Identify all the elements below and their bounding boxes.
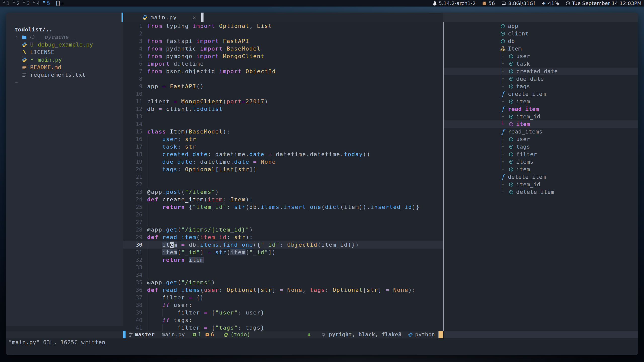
symbol-app[interactable]: app: [444, 22, 638, 30]
symbol-item[interactable]: └item: [444, 98, 638, 105]
code-line-34[interactable]: 34: [123, 271, 443, 279]
symbol-delete_item[interactable]: └delete_item: [444, 188, 638, 196]
symbol-item_id[interactable]: ├item_id: [444, 181, 638, 188]
code-line-15[interactable]: 15class Item(BaseModel):: [123, 128, 443, 135]
status-clock: Tue September 14 12:03PM: [566, 0, 641, 6]
symbol-read_items[interactable]: ƒread_items: [444, 128, 638, 135]
variable-icon: [509, 167, 514, 172]
symbol-due_date[interactable]: ├due_date: [444, 75, 638, 83]
symbol-label: create_item: [508, 90, 546, 98]
close-icon[interactable]: ✕: [192, 14, 196, 20]
tab-main-py[interactable]: main.py ✕: [123, 13, 204, 22]
tree-connector: ├: [500, 135, 509, 143]
workspace-1[interactable]: 1: [2, 0, 12, 7]
code-line-41[interactable]: 41 filter = {"tags": tags}: [123, 324, 443, 331]
code-line-1[interactable]: 1from typing import Optional, List: [123, 22, 443, 30]
symbol-task[interactable]: ├task: [444, 60, 638, 68]
tree-root-folder[interactable]: todolist/..: [15, 26, 123, 33]
code-line-24[interactable]: 24def create_item(item: Item):: [123, 196, 443, 203]
code-line-29[interactable]: 29def read_item(item_id: str):: [123, 234, 443, 241]
code-line-27[interactable]: 27: [123, 218, 443, 226]
code-line-13[interactable]: 13: [123, 113, 443, 120]
code-line-37[interactable]: 37 filter = {}: [123, 294, 443, 301]
code-line-19[interactable]: 19 due_date: datetime.date = None: [123, 158, 443, 166]
line-number: 20: [123, 166, 142, 173]
symbol-Item[interactable]: Item: [444, 45, 638, 53]
symbol-user[interactable]: ├user: [444, 53, 638, 60]
code-line-25[interactable]: 25 return {"item_id": str(db.items.inser…: [123, 203, 443, 211]
workspace-4[interactable]: 4: [32, 0, 42, 7]
code-line-23[interactable]: 23@app.post("/items"): [123, 188, 443, 196]
workspace-5[interactable]: 5: [42, 0, 52, 7]
symbol-items[interactable]: ├items: [444, 158, 638, 166]
tree-item-readme-md[interactable]: README.md: [6, 64, 123, 71]
code-line-16[interactable]: 16 user: str: [123, 135, 443, 143]
symbol-tags[interactable]: └tags: [444, 83, 638, 90]
variable-cube-icon: [509, 69, 514, 74]
code-line-11[interactable]: 11client = MongoClient(port=27017): [123, 98, 443, 105]
tree-connector: └: [500, 83, 509, 90]
workspace-3[interactable]: 3: [22, 0, 32, 7]
code-line-18[interactable]: 18 created_date: datetime.date = datetim…: [123, 151, 443, 158]
code-line-4[interactable]: 4from pydantic import BaseModel: [123, 45, 443, 53]
variable-icon: [509, 84, 514, 89]
function-icon: ƒ: [500, 174, 505, 179]
symbol-db[interactable]: db: [444, 37, 638, 45]
symbol-created_date[interactable]: ├created_date: [444, 68, 638, 75]
line-number: 40: [123, 316, 142, 324]
symbol-item_id[interactable]: ├item_id: [444, 113, 638, 120]
code-line-39[interactable]: 39 filter = {"user": user}: [123, 309, 443, 316]
line-number: 17: [123, 143, 142, 151]
code-line-17[interactable]: 17 task: str: [123, 143, 443, 151]
code-line-36[interactable]: 36def read_items(user: Optional[str] = N…: [123, 286, 443, 294]
code-line-26[interactable]: 26: [123, 211, 443, 218]
code-line-35[interactable]: 35@app.get("/items"): [123, 279, 443, 286]
file-tree-panel[interactable]: todolist/.. ›__pycache__Udebug_example.p…: [6, 13, 123, 326]
tabline-fill: [443, 13, 638, 22]
layout-symbol[interactable]: []=: [56, 1, 64, 6]
symbol-read_item[interactable]: ƒread_item: [444, 105, 638, 113]
code-line-6[interactable]: 6import datetime: [123, 60, 443, 68]
code-line-40[interactable]: 40 if tags:: [123, 316, 443, 324]
indent-guide: [147, 264, 147, 271]
symbol-create_item[interactable]: ƒcreate_item: [444, 90, 638, 98]
file-name: requirements.txt: [30, 71, 86, 79]
code-line-21[interactable]: 21: [123, 173, 443, 181]
symbol-client[interactable]: client: [444, 30, 638, 37]
python-icon: [408, 332, 413, 337]
code-line-8[interactable]: 8: [123, 75, 443, 83]
chevron-icon[interactable]: ›: [15, 33, 22, 41]
code-line-38[interactable]: 38 if user:: [123, 301, 443, 309]
symbol-tags[interactable]: ├tags: [444, 143, 638, 151]
code-line-5[interactable]: 5from pymongo import MongoClient: [123, 53, 443, 60]
symbol-user[interactable]: ├user: [444, 135, 638, 143]
code-line-32[interactable]: 32 return item: [123, 256, 443, 264]
code-line-31[interactable]: 31 item["_id"] = str(item["_id"]): [123, 249, 443, 256]
symbol-item[interactable]: └item: [444, 166, 638, 173]
code-line-9[interactable]: 9app = FastAPI(): [123, 83, 443, 90]
symbol-delete_item[interactable]: ƒdelete_item: [444, 173, 638, 181]
code-line-22[interactable]: 22: [123, 181, 443, 188]
line-number: 29: [123, 234, 142, 241]
code-line-14[interactable]: 14: [123, 120, 443, 128]
symbol-item[interactable]: └item: [444, 120, 638, 128]
code-line-10[interactable]: 10: [123, 90, 443, 98]
tree-item-main-py[interactable]: •main.py: [6, 56, 123, 64]
symbol-filter[interactable]: ├filter: [444, 151, 638, 158]
symbols-outline[interactable]: appclientdbItem├user├task├created_date├d…: [444, 22, 638, 331]
code-line-12[interactable]: 12db = client.todolist: [123, 105, 443, 113]
tree-item-debug-example-py[interactable]: Udebug_example.py: [6, 41, 123, 49]
code-line-20[interactable]: 20 tags: Optional[List[str]]: [123, 166, 443, 173]
code-line-2[interactable]: 2: [123, 30, 443, 37]
tree-connector: ├: [500, 151, 509, 158]
tree-item-requirements-txt[interactable]: requirements.txt: [6, 71, 123, 79]
code-line-7[interactable]: 7from bson.objectid import ObjectId: [123, 68, 443, 75]
workspace-2[interactable]: 2: [12, 0, 22, 7]
code-editor[interactable]: 1from typing import Optional, List23from…: [123, 22, 443, 331]
code-line-3[interactable]: 3from fastapi import FastAPI: [123, 37, 443, 45]
code-line-33[interactable]: 33: [123, 264, 443, 271]
code-line-30[interactable]: 30 item = db.items.find_one({"_id": Obje…: [123, 241, 443, 249]
tree-item-license[interactable]: LICENSE: [6, 49, 123, 56]
code-line-28[interactable]: 28@app.get("/items/{item_id}"): [123, 226, 443, 234]
tree-item--pycache-[interactable]: ›__pycache__: [6, 33, 123, 41]
